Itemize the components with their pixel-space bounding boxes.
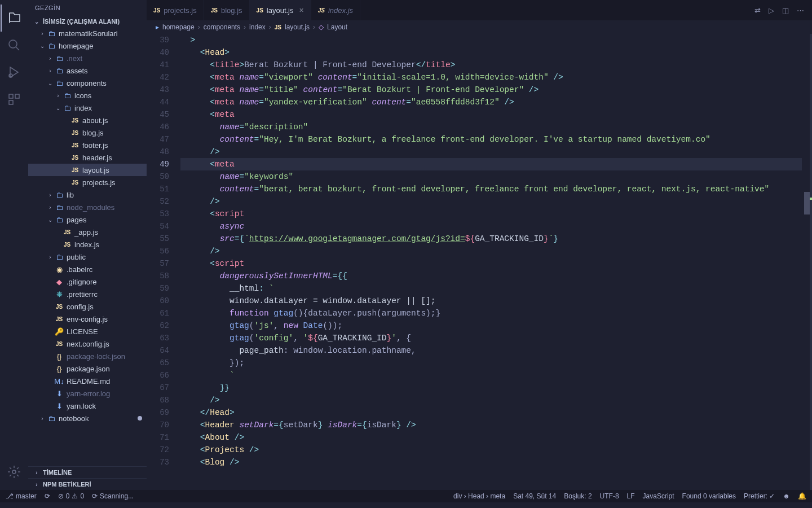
indentation[interactable]: Boşluk: 2	[564, 492, 592, 500]
extensions-icon[interactable]	[1, 86, 28, 113]
js-icon: JS	[70, 130, 80, 136]
tree-item[interactable]: ›🗀lib	[28, 189, 147, 201]
chevron-right-icon: ›	[33, 470, 41, 476]
js-icon: JS	[70, 117, 80, 124]
js-icon: JS	[62, 242, 72, 248]
tree-item[interactable]: ⬇yarn-error.log	[28, 387, 147, 400]
tree-item[interactable]: JSfooter.js	[28, 139, 147, 151]
json-icon: {}	[54, 365, 64, 373]
tree-label: package.json	[67, 365, 110, 373]
tree-label: blog.js	[82, 129, 104, 137]
split-icon[interactable]: ◫	[782, 6, 789, 15]
problems[interactable]: ⊘ 0 ⚠ 0	[58, 492, 84, 500]
tree-item[interactable]: JSblog.js	[28, 126, 147, 139]
tree-item[interactable]: ◆.gitignore	[28, 275, 147, 288]
tab[interactable]: JSprojects.js	[147, 0, 204, 20]
eol[interactable]: LF	[627, 492, 635, 500]
debug-icon[interactable]	[1, 59, 28, 86]
minimap-thumb[interactable]	[804, 192, 810, 214]
prettier-status[interactable]: Prettier: ✓	[744, 492, 775, 500]
tree-label: index	[74, 104, 92, 112]
chevron-icon: ›	[38, 415, 46, 422]
tree-item[interactable]: JSindex.js	[28, 238, 147, 251]
tree-item[interactable]: JSnext.config.js	[28, 338, 147, 350]
chevron-icon: ›	[38, 30, 46, 37]
cursor-position[interactable]: Sat 49, Süt 14	[513, 492, 556, 500]
folder-icon: 🗀	[54, 79, 64, 87]
notifications-icon[interactable]: 🔔	[798, 492, 806, 500]
line-gutter: 3940414243444546474849505152535455565758…	[147, 34, 180, 490]
folder-icon: 🗀	[54, 67, 64, 75]
tree-label: .next	[67, 54, 82, 63]
yarn-icon: ⬇	[54, 402, 64, 410]
tab-bar: JSprojects.jsJSblog.jsJSlayout.js×JSinde…	[147, 0, 812, 20]
tree-label: config.js	[67, 303, 94, 311]
tree-item[interactable]: ›🗀public	[28, 251, 147, 263]
settings-icon[interactable]	[1, 458, 28, 485]
language-mode[interactable]: JavaScript	[643, 492, 674, 500]
variables-found[interactable]: Found 0 variables	[682, 492, 736, 500]
chevron-icon: ›	[46, 204, 54, 211]
compare-icon[interactable]: ⇄	[754, 6, 761, 15]
tab[interactable]: JSlayout.js×	[250, 0, 311, 20]
tab[interactable]: JSindex.js	[311, 0, 360, 20]
workspace-header[interactable]: ⌄ İSİMSİZ (ÇALIŞMA ALANI)	[28, 16, 147, 27]
tree-item[interactable]: JS_app.js	[28, 226, 147, 238]
code-area[interactable]: > <Head> <title>Berat Bozkurt | Front-en…	[180, 34, 802, 490]
tree-item[interactable]: ⌄🗀components	[28, 77, 147, 89]
explorer-icon[interactable]	[1, 5, 28, 32]
more-icon[interactable]: ⋯	[797, 6, 804, 15]
tree-item[interactable]: {}package.json	[28, 362, 147, 375]
tree-item[interactable]: JSconfig.js	[28, 300, 147, 313]
tree-item[interactable]: {}package-lock.json	[28, 350, 147, 362]
tree-item[interactable]: ⌄🗀pages	[28, 213, 147, 226]
timeline-section[interactable]: › TİMELİNE	[28, 466, 147, 478]
tree-label: layout.js	[82, 166, 109, 174]
feedback-icon[interactable]: ☻	[783, 492, 790, 500]
tree-label: assets	[67, 67, 88, 75]
tree-item[interactable]: JSenv-config.js	[28, 313, 147, 325]
tree-label: LICENSE	[67, 327, 98, 336]
tree-item[interactable]: ›🗀notebook	[28, 412, 147, 424]
tree-item[interactable]: ›🗀matematikSorulari	[28, 27, 147, 40]
tree-item[interactable]: ⌄🗀index	[28, 102, 147, 114]
tree-item[interactable]: ›🗀assets	[28, 64, 147, 77]
tree-item[interactable]: ⬇yarn.lock	[28, 400, 147, 412]
chevron-icon: ⌄	[46, 217, 54, 223]
search-icon[interactable]	[1, 32, 28, 59]
tree-item[interactable]: JSlayout.js	[28, 164, 147, 176]
tab[interactable]: JSblog.js	[204, 0, 250, 20]
tree-item[interactable]: 🔑LICENSE	[28, 325, 147, 338]
tree-label: icons	[74, 91, 91, 100]
npm-scripts-section[interactable]: › NPM BETİKLERİ	[28, 478, 147, 490]
git-branch[interactable]: ⎇ master	[6, 492, 37, 500]
license-icon: 🔑	[54, 327, 64, 336]
tab-label: blog.js	[221, 6, 242, 15]
minimap[interactable]	[802, 34, 810, 490]
babel-icon: ◉	[54, 265, 64, 274]
tab-label: projects.js	[164, 6, 197, 15]
breadcrumb[interactable]: ▸ homepage› components› index› JS layout…	[147, 20, 812, 34]
breadcrumb-path[interactable]: div › Head › meta	[453, 492, 505, 500]
tree-item[interactable]: ❋.prettierrc	[28, 288, 147, 300]
run-icon[interactable]: ▷	[769, 6, 774, 15]
tree-item[interactable]: ›🗀node_modules	[28, 201, 147, 213]
tree-item[interactable]: ⌄🗀homepage	[28, 40, 147, 52]
tree-item[interactable]: ›🗀icons	[28, 89, 147, 102]
chevron-icon: ⌄	[38, 43, 46, 49]
dirty-indicator	[138, 416, 142, 421]
close-icon[interactable]: ×	[299, 6, 304, 15]
sidebar-title: GEZGİN	[28, 0, 147, 16]
tree-item[interactable]: ◉.babelrc	[28, 263, 147, 275]
sync-button[interactable]: ⟳	[45, 492, 50, 500]
tree-item[interactable]: JSheader.js	[28, 151, 147, 164]
encoding[interactable]: UTF-8	[600, 492, 619, 500]
tree-item[interactable]: JSabout.js	[28, 114, 147, 126]
js-icon: JS	[54, 316, 64, 322]
tree-label: footer.js	[82, 141, 108, 150]
tree-item[interactable]: M↓README.md	[28, 375, 147, 387]
tree-item[interactable]: ›🗀.next	[28, 52, 147, 64]
js-icon: JS	[318, 7, 325, 14]
tree-item[interactable]: JSprojects.js	[28, 176, 147, 189]
editor[interactable]: 3940414243444546474849505152535455565758…	[147, 34, 812, 490]
